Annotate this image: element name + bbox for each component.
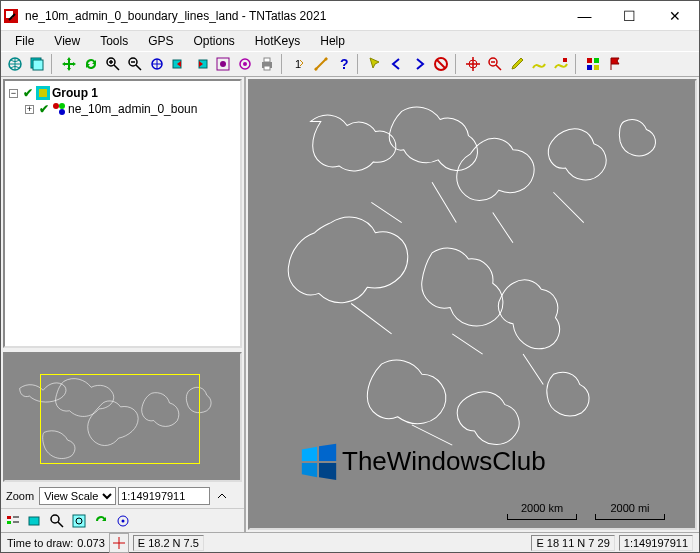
status-scale: 1:149197911 <box>619 535 693 551</box>
svg-point-31 <box>53 103 59 109</box>
menu-gps[interactable]: GPS <box>140 32 181 50</box>
find-icon[interactable] <box>69 511 89 531</box>
svg-point-41 <box>122 519 125 522</box>
menu-file[interactable]: File <box>7 32 42 50</box>
zoom-red-icon[interactable] <box>485 54 505 74</box>
sync-icon[interactable] <box>235 54 255 74</box>
toolbar: 1 ? <box>1 51 699 77</box>
svg-rect-38 <box>73 515 85 527</box>
svg-rect-35 <box>7 521 11 524</box>
scale-mi: 2000 mi <box>610 502 649 514</box>
svg-rect-36 <box>29 517 39 525</box>
svg-rect-34 <box>7 516 11 519</box>
svg-rect-4 <box>33 60 43 70</box>
coord2: E 18 11 N 7 29 <box>531 535 614 551</box>
crosshair-icon[interactable] <box>109 533 129 553</box>
zoom-prev-icon[interactable] <box>169 54 189 74</box>
menu-tools[interactable]: Tools <box>92 32 136 50</box>
menu-help[interactable]: Help <box>312 32 353 50</box>
svg-rect-30 <box>39 89 47 97</box>
print-icon[interactable] <box>257 54 277 74</box>
expand-icon[interactable]: + <box>25 105 34 114</box>
svg-point-11 <box>220 61 226 67</box>
legend-icon[interactable] <box>3 511 23 531</box>
titlebar: ne_10m_admin_0_boundary_lines_land - TNT… <box>1 1 699 31</box>
zoom-value-input[interactable] <box>118 487 210 505</box>
path-icon[interactable] <box>529 54 549 74</box>
palette-icon[interactable] <box>583 54 603 74</box>
pencil-icon[interactable] <box>507 54 527 74</box>
layer-tree[interactable]: − ✔ Group 1 + ✔ ne_10m_admin_0_boun <box>3 79 242 348</box>
tree-group[interactable]: − ✔ Group 1 <box>9 85 236 101</box>
edit-path-icon[interactable] <box>551 54 571 74</box>
arrow-right-icon[interactable] <box>409 54 429 74</box>
pan-icon[interactable] <box>59 54 79 74</box>
tree-layer[interactable]: + ✔ ne_10m_admin_0_boun <box>25 101 236 117</box>
check-icon[interactable]: ✔ <box>22 87 34 99</box>
scalebar: 2000 km 2000 mi <box>507 502 665 520</box>
zoom-next-icon[interactable] <box>191 54 211 74</box>
svg-rect-16 <box>264 66 270 70</box>
app-window: ne_10m_admin_0_boundary_lines_land - TNT… <box>0 0 700 553</box>
window-title: ne_10m_admin_0_boundary_lines_land - TNT… <box>25 9 562 23</box>
refresh2-icon[interactable] <box>91 511 111 531</box>
one-icon[interactable]: 1 <box>289 54 309 74</box>
svg-point-37 <box>51 515 59 523</box>
watermark: TheWindowsClub <box>298 440 546 482</box>
zoom2-icon[interactable] <box>47 511 67 531</box>
target-icon[interactable] <box>463 54 483 74</box>
watermark-text: TheWindowsClub <box>342 446 546 477</box>
svg-rect-28 <box>594 65 599 70</box>
info-icon[interactable]: ? <box>333 54 353 74</box>
windows-logo-icon <box>298 440 340 482</box>
menu-hotkeys[interactable]: HotKeys <box>247 32 308 50</box>
svg-rect-26 <box>594 58 599 63</box>
menu-view[interactable]: View <box>46 32 88 50</box>
zoom-in-icon[interactable] <box>103 54 123 74</box>
cursor-icon[interactable] <box>365 54 385 74</box>
map-view[interactable]: TheWindowsClub 2000 km 2000 mi <box>248 79 697 530</box>
body: − ✔ Group 1 + ✔ ne_10m_admin_0_boun <box>1 77 699 532</box>
svg-point-13 <box>243 62 247 66</box>
layers2-icon[interactable] <box>25 511 45 531</box>
svg-rect-15 <box>264 58 270 62</box>
minimize-button[interactable]: — <box>562 2 607 30</box>
layer-label: ne_10m_admin_0_boun <box>68 102 197 116</box>
check-icon[interactable]: ✔ <box>38 103 50 115</box>
menu-options[interactable]: Options <box>186 32 243 50</box>
layers-icon[interactable] <box>27 54 47 74</box>
zoom-layer-icon[interactable] <box>213 54 233 74</box>
flag-icon[interactable] <box>605 54 625 74</box>
deny-icon[interactable] <box>431 54 451 74</box>
maximize-button[interactable]: ☐ <box>607 2 652 30</box>
zoom-mode-select[interactable]: View Scale <box>39 487 116 505</box>
svg-rect-27 <box>587 65 592 70</box>
globe-icon[interactable] <box>5 54 25 74</box>
zoom-label: Zoom <box>3 490 37 502</box>
statusbar: Time to draw: 0.073 E 18.2 N 7.5 E 18 11… <box>1 532 699 552</box>
svg-rect-24 <box>563 58 567 62</box>
collapse-icon[interactable]: − <box>9 89 18 98</box>
refresh-icon[interactable] <box>81 54 101 74</box>
zoom-out-icon[interactable] <box>125 54 145 74</box>
coord1: E 18.2 N 7.5 <box>133 535 204 551</box>
svg-rect-25 <box>587 58 592 63</box>
svg-point-18 <box>315 68 318 71</box>
zoom-step-up-icon[interactable] <box>212 486 232 506</box>
overview-viewport[interactable] <box>40 374 200 464</box>
zoom-full-icon[interactable] <box>147 54 167 74</box>
group-icon <box>36 86 50 100</box>
scale-km: 2000 km <box>521 502 563 514</box>
svg-point-32 <box>59 109 65 115</box>
time-label: Time to draw: <box>7 537 73 549</box>
close-button[interactable]: ✕ <box>652 2 697 30</box>
arrow-left-icon[interactable] <box>387 54 407 74</box>
svg-point-33 <box>59 103 65 109</box>
time-value: 0.073 <box>77 537 105 549</box>
measure-icon[interactable] <box>311 54 331 74</box>
left-button-row <box>1 508 244 532</box>
menubar: File View Tools GPS Options HotKeys Help <box>1 31 699 51</box>
overview-map[interactable] <box>3 352 242 482</box>
identify-icon[interactable] <box>113 511 133 531</box>
group-label: Group 1 <box>52 86 98 100</box>
